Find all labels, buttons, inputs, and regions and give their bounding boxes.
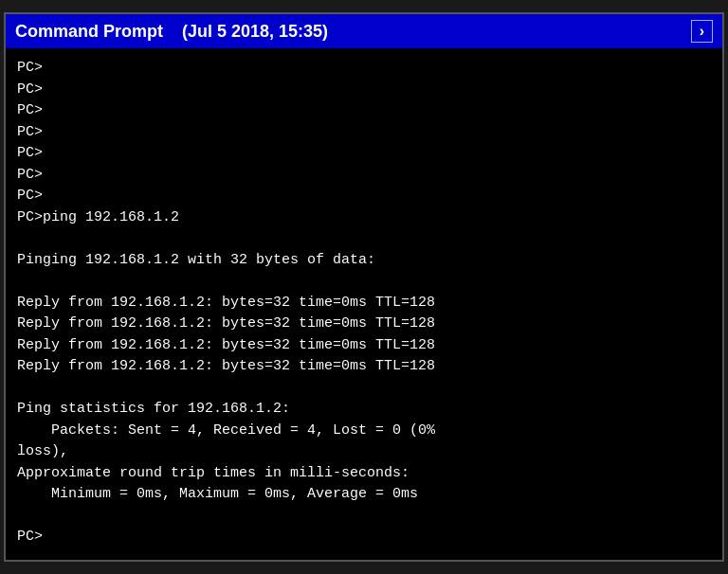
title-bar: Command Prompt (Jul 5 2018, 15:35) › — [6, 14, 722, 48]
terminal-line: PC> — [17, 165, 711, 187]
terminal-line: Ping statistics for 192.168.1.2: — [17, 399, 711, 421]
terminal-output[interactable]: PC>PC>PC>PC>PC>PC>PC>PC>ping 192.168.1.2… — [6, 48, 722, 560]
title-bar-text: Command Prompt (Jul 5 2018, 15:35) — [15, 22, 328, 42]
terminal-line: PC> — [17, 143, 711, 165]
terminal-line — [17, 378, 711, 400]
terminal-line: PC> — [17, 527, 711, 548]
window-title: Command Prompt — [15, 22, 163, 42]
terminal-line: Minimum = 0ms, Maximum = 0ms, Average = … — [17, 484, 711, 506]
window-timestamp: (Jul 5 2018, 15:35) — [182, 22, 328, 42]
terminal-line: loss), — [17, 441, 711, 463]
terminal-line: Reply from 192.168.1.2: bytes=32 time=0m… — [17, 356, 711, 378]
terminal-line: Reply from 192.168.1.2: bytes=32 time=0m… — [17, 293, 711, 314]
command-prompt-window: Command Prompt (Jul 5 2018, 15:35) › PC>… — [4, 12, 724, 562]
terminal-line: PC> — [17, 58, 711, 80]
terminal-line — [17, 506, 711, 528]
terminal-line: PC> — [17, 186, 711, 207]
terminal-line: PC>ping 192.168.1.2 — [17, 207, 711, 229]
terminal-line — [17, 271, 711, 293]
terminal-line: PC> — [17, 100, 711, 122]
terminal-line: PC> — [17, 80, 711, 101]
terminal-line: Approximate round trip times in milli-se… — [17, 463, 711, 485]
terminal-line: Packets: Sent = 4, Received = 4, Lost = … — [17, 421, 711, 442]
title-bar-button[interactable]: › — [691, 20, 713, 43]
terminal-line: PC> — [17, 122, 711, 144]
terminal-line: Pinging 192.168.1.2 with 32 bytes of dat… — [17, 250, 711, 272]
terminal-line — [17, 228, 711, 250]
terminal-line: Reply from 192.168.1.2: bytes=32 time=0m… — [17, 314, 711, 335]
terminal-line: Reply from 192.168.1.2: bytes=32 time=0m… — [17, 335, 711, 357]
